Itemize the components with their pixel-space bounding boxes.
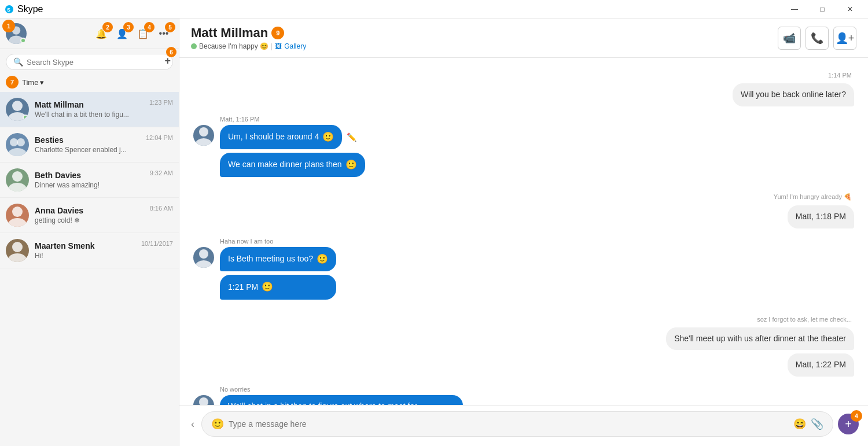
sidebar-header: 1 🔔 2 👤 3 📋 4 ••• 5 bbox=[0, 19, 179, 49]
sidebar-icons: 🔔 2 👤 3 📋 4 ••• 5 bbox=[92, 24, 173, 43]
search-box: 🔍 bbox=[6, 54, 173, 70]
message-bubble-m3: We can make dinner plans then 🙂 bbox=[220, 153, 365, 177]
bubble-row-m2: Um, I should be around 4 🙂 ✏️ bbox=[220, 125, 365, 149]
conv-avatar-matt bbox=[6, 98, 29, 121]
conv-item-maarten[interactable]: Maarten Smenk Hi! 10/11/2017 bbox=[0, 233, 179, 268]
contacts-button[interactable]: 👤 3 bbox=[113, 24, 131, 43]
emoji-picker-button[interactable]: 🙂 bbox=[211, 418, 224, 430]
sort-row: 7 Time ▾ bbox=[0, 75, 179, 92]
chat-contact-name: Matt Millman 9 bbox=[191, 25, 306, 40]
app-body: 1 🔔 2 👤 3 📋 4 ••• 5 bbox=[0, 19, 868, 446]
conv-name-besties: Besties bbox=[35, 135, 140, 145]
message-bubble-m9: We'll chat in a bit then to figure out w… bbox=[220, 395, 463, 405]
chat-header: Matt Millman 9 Because I'm happy 😊 | 🖼 G… bbox=[179, 19, 868, 58]
sticker-icon: 😄 bbox=[793, 418, 806, 430]
conv-preview-maarten: Hi! bbox=[35, 252, 135, 260]
conv-avatar-maarten bbox=[6, 239, 29, 262]
svg-point-6 bbox=[10, 138, 18, 146]
input-box: 🙂 😄 📎 bbox=[201, 411, 833, 437]
chat-panel: Matt Millman 9 Because I'm happy 😊 | 🖼 G… bbox=[179, 19, 868, 446]
add-button-wrapper: + 4 bbox=[838, 414, 859, 434]
sort-label: Time bbox=[22, 78, 38, 87]
conv-item-matt[interactable]: Matt Millman We'll chat in a bit then to… bbox=[0, 92, 179, 127]
svg-point-13 bbox=[12, 242, 23, 252]
svg-point-19 bbox=[199, 397, 208, 405]
conv-preview-anna: getting cold! ❄ bbox=[35, 216, 144, 224]
conv-preview-matt: We'll chat in a bit then to figu... bbox=[35, 110, 144, 119]
add-button[interactable]: + bbox=[164, 55, 171, 67]
close-button[interactable]: ✕ bbox=[837, 0, 863, 19]
notifications-button[interactable]: 🔔 2 bbox=[92, 24, 111, 43]
calls-badge: 4 bbox=[144, 22, 155, 32]
conv-online-dot-matt bbox=[23, 115, 28, 120]
file-button[interactable]: 📎 bbox=[811, 418, 823, 430]
msg-content-2: Is Beth meeting us too? 🙂 1:21 PM 🙂 bbox=[220, 247, 336, 300]
svg-point-8 bbox=[8, 148, 27, 156]
msg-avatar-matt3 bbox=[193, 395, 214, 405]
divider: | bbox=[271, 42, 273, 50]
svg-point-12 bbox=[8, 218, 27, 227]
collapse-button[interactable]: ‹ bbox=[189, 416, 197, 433]
sort-button[interactable]: Time ▾ bbox=[22, 78, 44, 87]
maximize-button[interactable]: □ bbox=[809, 0, 836, 19]
conv-info-anna: Anna Davies getting cold! ❄ bbox=[35, 206, 144, 224]
chevron-left-icon: ‹ bbox=[191, 418, 194, 430]
conv-item-beth[interactable]: Beth Davies Dinner was amazing! 9:32 AM bbox=[0, 163, 179, 198]
svg-point-9 bbox=[12, 171, 23, 182]
message-bubble-m2: Um, I should be around 4 🙂 bbox=[220, 125, 342, 149]
svg-point-16 bbox=[196, 138, 212, 146]
outgoing-group-1: Will you be back online later? bbox=[193, 83, 854, 106]
sticker-button[interactable]: 😄 bbox=[793, 418, 806, 430]
conv-time-anna: 8:16 AM bbox=[150, 205, 173, 212]
conv-item-anna[interactable]: Anna Davies getting cold! ❄ 8:16 AM bbox=[0, 198, 179, 233]
more-button[interactable]: ••• 5 bbox=[155, 24, 173, 43]
current-user-avatar-wrapper[interactable]: 1 bbox=[6, 23, 27, 44]
emoji-smiley-1: 🙂 bbox=[322, 131, 334, 143]
message-group-incoming-3: We'll chat in a bit then to figure out w… bbox=[193, 395, 854, 405]
contact-badge: 9 bbox=[271, 27, 284, 39]
add-participant-button[interactable]: 👤+ bbox=[833, 27, 856, 50]
minimize-button[interactable]: — bbox=[781, 0, 808, 19]
input-area: ‹ 🙂 😄 📎 + 4 bbox=[179, 405, 868, 446]
msg-sender-time-2: Haha now I am too bbox=[220, 238, 854, 245]
chat-status-dot bbox=[191, 43, 197, 49]
title-bar: S Skype — □ ✕ bbox=[0, 0, 868, 19]
svg-text:S: S bbox=[7, 7, 10, 13]
add-action-badge: 4 bbox=[851, 410, 862, 422]
emoji-icon: 🙂 bbox=[211, 418, 224, 430]
emoji-smiley-2: 🙂 bbox=[345, 159, 357, 171]
video-call-button[interactable]: 📹 bbox=[778, 27, 801, 50]
contacts-badge: 3 bbox=[123, 22, 134, 32]
conv-name-matt: Matt Millman bbox=[35, 100, 144, 109]
sort-badge: 7 bbox=[6, 76, 19, 89]
audio-call-button[interactable]: 📞 bbox=[806, 27, 829, 50]
conv-time-beth: 9:32 AM bbox=[150, 169, 173, 176]
conv-info-beth: Beth Davies Dinner was amazing! bbox=[35, 171, 144, 189]
message-input[interactable] bbox=[229, 419, 789, 429]
conv-time-matt: 1:23 PM bbox=[149, 99, 173, 106]
message-bubble-m6: 1:21 PM 🙂 bbox=[220, 275, 336, 299]
message-group-incoming-2: Is Beth meeting us too? 🙂 1:21 PM 🙂 bbox=[193, 247, 854, 300]
message-group-matt3: No worries We'll chat in a bit then to f… bbox=[193, 386, 854, 405]
chat-status: Because I'm happy 😊 | 🖼 Gallery bbox=[191, 42, 306, 50]
conv-name-maarten: Maarten Smenk bbox=[35, 241, 135, 250]
message-bubble-m7: She'll meet up with us after dinner at t… bbox=[666, 327, 854, 351]
title-bar-controls: — □ ✕ bbox=[781, 0, 863, 19]
edit-icon-1[interactable]: ✏️ bbox=[347, 132, 356, 142]
add-person-icon: 👤+ bbox=[836, 32, 855, 45]
conv-info-matt: Matt Millman We'll chat in a bit then to… bbox=[35, 100, 144, 119]
messages-area: 1:14 PM Will you be back online later? M… bbox=[179, 58, 868, 405]
svg-point-17 bbox=[199, 249, 208, 259]
app-title: Skype bbox=[17, 4, 43, 14]
conv-item-besties[interactable]: Besties Charlotte Spencer enabled j... 1… bbox=[0, 127, 179, 163]
emoji-smiley-3: 🙂 bbox=[317, 253, 328, 266]
gallery-icon: 🖼 bbox=[275, 42, 282, 50]
search-input[interactable] bbox=[27, 58, 165, 67]
message-bubble-m1: Will you be back online later? bbox=[733, 83, 854, 106]
conversation-list: Matt Millman We'll chat in a bit then to… bbox=[0, 92, 179, 446]
svg-point-18 bbox=[196, 260, 212, 268]
timestamp-2: Yum! I'm hungry already 🍕 bbox=[193, 189, 852, 203]
gallery-link[interactable]: Gallery bbox=[284, 42, 306, 50]
svg-point-4 bbox=[12, 101, 23, 111]
calls-button[interactable]: 📋 4 bbox=[134, 24, 152, 43]
